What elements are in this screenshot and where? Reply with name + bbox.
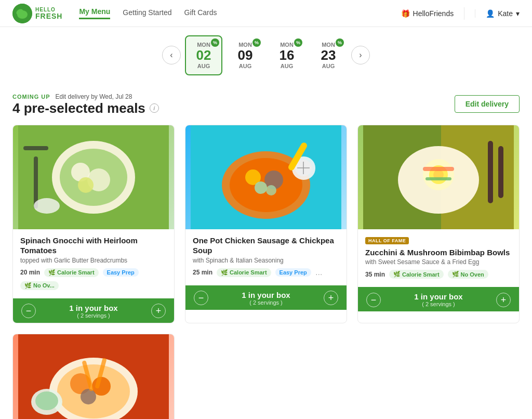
leaf-icon-3: 🌿 <box>221 269 228 276</box>
svg-point-11 <box>34 198 60 214</box>
svg-point-40 <box>81 389 96 404</box>
date-item-4[interactable]: % MON 23 AUG <box>310 35 347 75</box>
meal-subtitle-2: with Spinach & Italian Seasoning <box>193 257 339 264</box>
coming-up-info: COMING UP Edit delivery by Wed, Jul 28 4… <box>12 92 159 116</box>
info-icon[interactable]: i <box>150 103 159 113</box>
meal-title-1: Spinach Gnocchi with Heirloom Tomatoes <box>20 235 167 256</box>
svg-rect-30 <box>423 167 454 171</box>
svg-point-44 <box>35 391 58 410</box>
meals-count: 4 pre-selected meals i <box>12 100 159 116</box>
chevron-down-icon: ▾ <box>516 9 520 18</box>
main-content: COMING UP Edit delivery by Wed, Jul 28 4… <box>0 92 532 419</box>
nav-links: My Menu Getting Started Gift Cards <box>79 7 217 19</box>
decrease-button-3[interactable]: − <box>366 293 381 307</box>
date-selector: ‹ % MON 02 AUG % MON 09 AUG % MON 16 AUG… <box>0 27 532 84</box>
svg-point-17 <box>255 181 267 194</box>
add-to-box-1: − 1 in your box ( 2 servings ) + <box>13 298 174 323</box>
meal-time-2: 25 min <box>193 269 212 276</box>
easy-prep-tag-2: Easy Prep <box>275 268 311 277</box>
percent-badge-4: % <box>336 38 344 47</box>
box-servings-2: ( 2 servings ) <box>242 299 290 306</box>
box-servings-1: ( 2 servings ) <box>69 312 117 319</box>
logo[interactable]: HELLO FRESH <box>12 4 62 23</box>
nav-gift-cards[interactable]: Gift Cards <box>184 8 217 19</box>
meal-card-2[interactable]: One Pot Chicken Sausage & Chickpea Soup … <box>185 125 347 323</box>
meal-image-2 <box>185 125 347 229</box>
percent-badge-2: % <box>252 38 261 47</box>
next-date-button[interactable]: › <box>351 46 370 64</box>
add-to-box-2: − 1 in your box ( 2 servings ) + <box>185 285 347 310</box>
gift-icon: 🎁 <box>401 9 410 18</box>
leaf-icon: 🌿 <box>48 269 56 276</box>
date-item-2[interactable]: % MON 09 AUG <box>227 35 264 75</box>
easy-prep-tag-1: Easy Prep <box>103 268 139 277</box>
meal-card-4[interactable]: Peanut Chicken Bowls with Garlicky Quino… <box>12 334 175 419</box>
svg-rect-32 <box>488 141 493 203</box>
box-count-3: 1 in your box <box>414 292 462 301</box>
leaf-icon-5: 🌿 <box>452 271 459 278</box>
leaf-icon-2: 🌿 <box>24 282 32 289</box>
meal-meta-3: 35 min 🌿 Calorie Smart 🌿 No Oven <box>365 270 512 279</box>
navigation: HELLO FRESH My Menu Getting Started Gift… <box>0 0 532 27</box>
increase-button-1[interactable]: + <box>151 304 166 318</box>
meal-info-2: One Pot Chicken Sausage & Chickpea Soup … <box>185 229 347 285</box>
svg-point-18 <box>266 185 276 195</box>
user-icon: 👤 <box>486 9 495 18</box>
more-tags-2[interactable]: … <box>315 268 323 277</box>
edit-delivery-button[interactable]: Edit delivery <box>455 95 520 113</box>
meal-card-1[interactable]: Spinach Gnocchi with Heirloom Tomatoes t… <box>12 125 175 323</box>
box-count-2: 1 in your box <box>242 291 290 299</box>
increase-button-3[interactable]: + <box>496 293 511 307</box>
calorie-smart-tag-3: 🌿 Calorie Smart <box>389 270 444 279</box>
svg-point-8 <box>78 177 94 193</box>
meal-title-3: Zucchini & Mushroom Bibimbap Bowls <box>365 247 512 258</box>
percent-badge-1: % <box>211 38 219 47</box>
nav-my-menu[interactable]: My Menu <box>79 7 110 19</box>
svg-rect-31 <box>425 177 451 180</box>
hall-of-fame-badge: HALL OF FAME <box>365 237 409 244</box>
svg-rect-33 <box>498 146 503 198</box>
no-oven-tag-3: 🌿 No Oven <box>448 270 488 279</box>
box-servings-3: ( 2 servings ) <box>414 301 462 307</box>
percent-badge-3: % <box>294 38 302 47</box>
nav-divider <box>464 7 464 20</box>
meal-card-3[interactable]: HALL OF FAME Zucchini & Mushroom Bibimba… <box>357 125 520 323</box>
meal-info-1: Spinach Gnocchi with Heirloom Tomatoes t… <box>13 229 174 298</box>
edit-delivery-hint: Edit delivery by Wed, Jul 28 <box>55 93 132 100</box>
decrease-button-1[interactable]: − <box>21 304 36 318</box>
meal-meta-2: 25 min 🌿 Calorie Smart Easy Prep … <box>193 268 339 277</box>
meal-image-1 <box>13 125 174 229</box>
nav-right: 🎁 HelloFriends 👤 Kate ▾ <box>401 7 520 20</box>
meal-image-3 <box>358 125 519 229</box>
increase-button-2[interactable]: + <box>324 291 338 305</box>
meal-image-4 <box>13 334 174 419</box>
meal-time-3: 35 min <box>365 271 385 278</box>
meal-subtitle-3: with Sweet Sesame Sauce & a Fried Egg <box>365 258 512 266</box>
coming-up-bar: COMING UP Edit delivery by Wed, Jul 28 4… <box>12 92 520 116</box>
meal-time-1: 20 min <box>20 269 40 276</box>
date-item-1[interactable]: % MON 02 AUG <box>185 35 222 75</box>
meal-subtitle-1: topped with Garlic Butter Breadcrumbs <box>20 257 167 264</box>
date-item-3[interactable]: % MON 16 AUG <box>268 35 305 75</box>
user-menu[interactable]: 👤 Kate ▾ <box>475 9 520 18</box>
logo-icon <box>12 4 32 23</box>
no-oven-tag-1: 🌿 No Ov... <box>20 281 59 290</box>
coming-up-label: COMING UP <box>12 94 50 100</box>
decrease-button-2[interactable]: − <box>194 291 208 305</box>
meal-meta-1: 20 min 🌿 Calorie Smart Easy Prep 🌿 No Ov… <box>20 268 167 290</box>
hello-friends-button[interactable]: 🎁 HelloFriends <box>401 9 454 18</box>
calorie-smart-tag-1: 🌿 Calorie Smart <box>44 268 99 277</box>
prev-date-button[interactable]: ‹ <box>162 46 181 64</box>
calorie-smart-tag-2: 🌿 Calorie Smart <box>217 268 271 277</box>
meals-grid: Spinach Gnocchi with Heirloom Tomatoes t… <box>12 125 520 419</box>
add-to-box-3: − 1 in your box ( 2 servings ) + <box>358 287 519 311</box>
logo-text: HELLO FRESH <box>35 7 62 20</box>
box-count-1: 1 in your box <box>69 304 117 312</box>
meal-info-3: HALL OF FAME Zucchini & Mushroom Bibimba… <box>358 229 519 287</box>
meal-title-2: One Pot Chicken Sausage & Chickpea Soup <box>193 235 339 256</box>
svg-rect-10 <box>23 146 48 150</box>
nav-getting-started[interactable]: Getting Started <box>123 8 171 19</box>
leaf-icon-4: 🌿 <box>393 271 401 278</box>
